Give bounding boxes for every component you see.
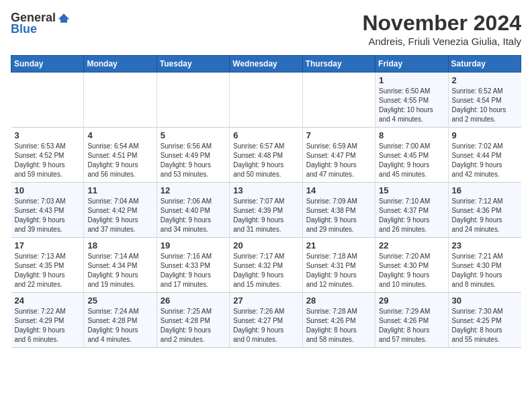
calendar-cell: 4Sunrise: 6:54 AM Sunset: 4:51 PM Daylig… [84,128,157,183]
week-row-0: 1Sunrise: 6:50 AM Sunset: 4:55 PM Daylig… [11,73,521,128]
day-number: 4 [87,130,152,140]
calendar-cell [302,73,375,128]
calendar-cell: 11Sunrise: 7:04 AM Sunset: 4:42 PM Dayli… [84,183,157,238]
header-cell-friday: Friday [375,56,448,73]
day-info: Sunrise: 6:57 AM Sunset: 4:48 PM Dayligh… [233,142,298,179]
header-cell-tuesday: Tuesday [157,56,229,73]
calendar-cell: 9Sunrise: 7:02 AM Sunset: 4:44 PM Daylig… [448,128,521,183]
day-number: 7 [306,130,371,140]
day-number: 30 [452,295,518,306]
day-number: 16 [452,185,518,195]
calendar-cell [11,73,84,128]
day-number: 29 [379,295,444,306]
day-number: 1 [379,75,444,85]
calendar-cell: 26Sunrise: 7:25 AM Sunset: 4:28 PM Dayli… [157,293,229,348]
calendar-cell: 12Sunrise: 7:06 AM Sunset: 4:40 PM Dayli… [157,183,229,238]
day-info: Sunrise: 7:09 AM Sunset: 4:38 PM Dayligh… [306,197,371,234]
calendar-cell: 25Sunrise: 7:24 AM Sunset: 4:28 PM Dayli… [84,293,157,348]
calendar-cell: 10Sunrise: 7:03 AM Sunset: 4:43 PM Dayli… [11,183,84,238]
month-title: November 2024 [362,11,521,36]
day-number: 8 [379,130,444,140]
header-row: SundayMondayTuesdayWednesdayThursdayFrid… [11,56,521,73]
calendar-cell: 13Sunrise: 7:07 AM Sunset: 4:39 PM Dayli… [230,183,302,238]
header-cell-saturday: Saturday [448,56,521,73]
week-row-3: 17Sunrise: 7:13 AM Sunset: 4:35 PM Dayli… [11,238,521,293]
day-info: Sunrise: 7:22 AM Sunset: 4:29 PM Dayligh… [15,307,81,345]
day-info: Sunrise: 7:13 AM Sunset: 4:35 PM Dayligh… [15,252,81,289]
day-number: 28 [306,295,371,306]
week-row-2: 10Sunrise: 7:03 AM Sunset: 4:43 PM Dayli… [11,183,521,238]
calendar-table: SundayMondayTuesdayWednesdayThursdayFrid… [11,55,521,348]
day-number: 13 [233,185,298,195]
day-info: Sunrise: 7:17 AM Sunset: 4:32 PM Dayligh… [233,252,298,289]
calendar-cell: 19Sunrise: 7:16 AM Sunset: 4:33 PM Dayli… [157,238,229,293]
day-number: 10 [15,185,81,195]
calendar-cell: 24Sunrise: 7:22 AM Sunset: 4:29 PM Dayli… [11,293,84,348]
day-info: Sunrise: 7:14 AM Sunset: 4:34 PM Dayligh… [87,252,152,289]
calendar-cell: 21Sunrise: 7:18 AM Sunset: 4:31 PM Dayli… [302,238,375,293]
day-info: Sunrise: 7:29 AM Sunset: 4:26 PM Dayligh… [379,307,444,345]
calendar-cell: 23Sunrise: 7:21 AM Sunset: 4:30 PM Dayli… [448,238,521,293]
week-row-4: 24Sunrise: 7:22 AM Sunset: 4:29 PM Dayli… [11,293,521,348]
day-info: Sunrise: 7:07 AM Sunset: 4:39 PM Dayligh… [233,197,298,234]
header-cell-monday: Monday [84,56,157,73]
day-info: Sunrise: 6:53 AM Sunset: 4:52 PM Dayligh… [15,142,81,179]
svg-marker-0 [58,13,70,22]
day-number: 5 [161,130,226,140]
day-number: 2 [452,75,518,85]
day-info: Sunrise: 7:20 AM Sunset: 4:30 PM Dayligh… [379,252,444,289]
header-cell-sunday: Sunday [11,56,84,73]
calendar-cell: 27Sunrise: 7:26 AM Sunset: 4:27 PM Dayli… [230,293,302,348]
week-row-1: 3Sunrise: 6:53 AM Sunset: 4:52 PM Daylig… [11,128,521,183]
day-info: Sunrise: 6:50 AM Sunset: 4:55 PM Dayligh… [379,87,444,124]
day-info: Sunrise: 7:03 AM Sunset: 4:43 PM Dayligh… [15,197,81,234]
calendar-cell: 6Sunrise: 6:57 AM Sunset: 4:48 PM Daylig… [230,128,302,183]
calendar-cell [84,73,157,128]
page-header: General Blue November 2024 Andreis, Friu… [11,11,521,47]
day-info: Sunrise: 7:24 AM Sunset: 4:28 PM Dayligh… [87,307,152,345]
calendar-cell [157,73,229,128]
calendar-cell: 18Sunrise: 7:14 AM Sunset: 4:34 PM Dayli… [84,238,157,293]
header-cell-wednesday: Wednesday [230,56,302,73]
calendar-cell: 2Sunrise: 6:52 AM Sunset: 4:54 PM Daylig… [448,73,521,128]
calendar-cell: 22Sunrise: 7:20 AM Sunset: 4:30 PM Dayli… [375,238,448,293]
day-number: 26 [161,295,226,306]
calendar-cell: 16Sunrise: 7:12 AM Sunset: 4:36 PM Dayli… [448,183,521,238]
day-number: 19 [161,240,226,250]
logo: General Blue [11,11,71,36]
day-number: 22 [379,240,444,250]
day-number: 3 [15,130,81,140]
title-block: November 2024 Andreis, Friuli Venezia Gi… [362,11,521,47]
calendar-header: SundayMondayTuesdayWednesdayThursdayFrid… [11,56,521,73]
calendar-cell: 15Sunrise: 7:10 AM Sunset: 4:37 PM Dayli… [375,183,448,238]
calendar-body: 1Sunrise: 6:50 AM Sunset: 4:55 PM Daylig… [11,73,521,348]
day-info: Sunrise: 7:25 AM Sunset: 4:28 PM Dayligh… [161,307,226,345]
day-number: 14 [306,185,371,195]
day-info: Sunrise: 7:00 AM Sunset: 4:45 PM Dayligh… [379,142,444,179]
day-info: Sunrise: 7:10 AM Sunset: 4:37 PM Dayligh… [379,197,444,234]
subtitle: Andreis, Friuli Venezia Giulia, Italy [362,36,521,47]
day-number: 12 [161,185,226,195]
day-info: Sunrise: 7:02 AM Sunset: 4:44 PM Dayligh… [452,142,518,179]
calendar-cell: 3Sunrise: 6:53 AM Sunset: 4:52 PM Daylig… [11,128,84,183]
day-number: 27 [233,295,298,306]
calendar-cell: 28Sunrise: 7:28 AM Sunset: 4:26 PM Dayli… [302,293,375,348]
day-number: 20 [233,240,298,250]
calendar-cell: 20Sunrise: 7:17 AM Sunset: 4:32 PM Dayli… [230,238,302,293]
day-info: Sunrise: 7:28 AM Sunset: 4:26 PM Dayligh… [306,307,371,345]
day-number: 9 [452,130,518,140]
calendar-cell: 30Sunrise: 7:30 AM Sunset: 4:25 PM Dayli… [448,293,521,348]
day-number: 6 [233,130,298,140]
day-number: 15 [379,185,444,195]
day-number: 25 [87,295,152,306]
logo-blue: Blue [11,22,37,36]
calendar-cell: 17Sunrise: 7:13 AM Sunset: 4:35 PM Dayli… [11,238,84,293]
day-info: Sunrise: 7:06 AM Sunset: 4:40 PM Dayligh… [161,197,226,234]
day-info: Sunrise: 6:54 AM Sunset: 4:51 PM Dayligh… [87,142,152,179]
calendar-cell: 8Sunrise: 7:00 AM Sunset: 4:45 PM Daylig… [375,128,448,183]
day-info: Sunrise: 7:16 AM Sunset: 4:33 PM Dayligh… [161,252,226,289]
calendar-cell: 5Sunrise: 6:56 AM Sunset: 4:49 PM Daylig… [157,128,229,183]
day-number: 24 [15,295,81,306]
day-info: Sunrise: 6:59 AM Sunset: 4:47 PM Dayligh… [306,142,371,179]
header-cell-thursday: Thursday [302,56,375,73]
